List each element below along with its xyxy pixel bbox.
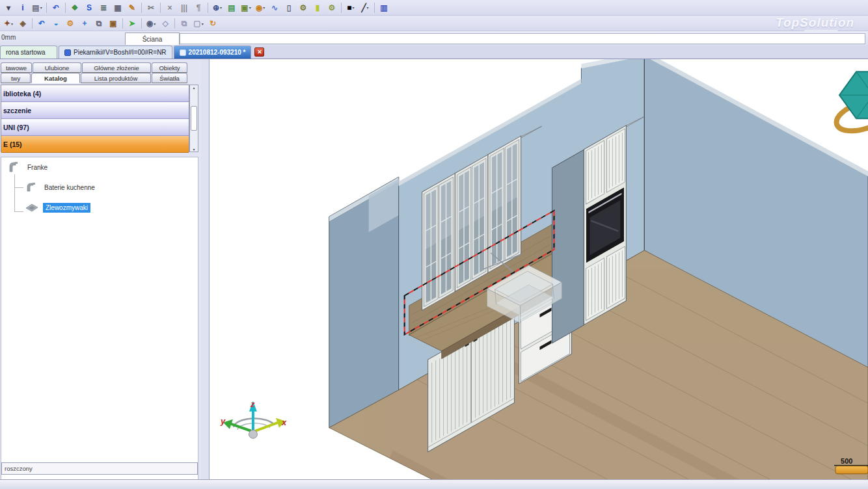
toolbar-separator[interactable] [139,18,144,29]
copy-icon[interactable]: ⧉ [92,17,106,30]
paragraph-icon[interactable]: ¶ [191,1,206,14]
page-icon[interactable]: ▢▾ [191,17,206,30]
catalog-tree: Franke Baterie kuchenne Zlewozmywaki [1,157,198,489]
toolbar-icon: S [87,4,92,12]
notes-icon[interactable]: ▥ [377,1,391,14]
walk-person-icon[interactable]: ➤ [125,17,139,30]
layers-icon[interactable]: ⧉ [177,17,191,30]
toolbar-separator[interactable] [172,18,177,29]
tab-katalog[interactable]: Katalog [31,73,80,83]
dropdown-arrow-icon[interactable]: ▾ [353,5,355,10]
category-biblioteka[interactable]: iblioteka (4) [1,85,189,102]
toolbar-icon: ✂ [148,4,154,12]
dropdown-arrow-icon[interactable]: ▾ [11,21,13,26]
move-icon[interactable]: + [77,17,92,30]
bolt2-icon[interactable]: ⚙ [325,1,339,14]
toolbar-separator[interactable] [30,18,34,29]
info-icon[interactable]: i [16,1,30,14]
tree-item-franke[interactable]: Franke [7,160,50,174]
wrench-icon[interactable]: ⚙ [63,17,77,30]
dropdown-arrow-icon[interactable]: ▾ [249,5,251,10]
category-uni[interactable]: UNI (97) [1,119,189,136]
material-icon[interactable]: ❖ [68,1,82,14]
brush-icon[interactable]: ✎ [125,1,139,14]
zoom-plus-icon[interactable]: ⊕▾ [210,1,224,14]
bucket-icon[interactable]: ◒ [49,17,63,30]
toolbar-separator[interactable] [120,18,125,29]
color-swatch-icon[interactable]: ■▾ [344,1,358,14]
columns-icon[interactable]: ||| [177,1,191,14]
toolbar-icon: ➤ [129,20,135,27]
tab-current-project[interactable]: 20210812-093210 * [174,46,252,59]
tool-dropdown-partial[interactable]: ▾ [1,1,16,14]
panel-grid-icon[interactable]: ▦ [111,1,125,14]
category-scrollbar[interactable]: ▴ ▾ [189,85,198,152]
close-tab-button[interactable]: ✕ [254,47,264,57]
panel-splitter[interactable] [201,59,209,479]
category-szczenie[interactable]: szczenie [1,102,189,119]
toolbar-icon: ◉ [256,4,262,12]
scroll-up-icon[interactable]: ▴ [193,85,195,90]
scissors-icon[interactable]: ✂ [144,1,158,14]
dropdown-arrow-icon[interactable]: ▾ [154,21,156,26]
viewport-3d[interactable]: z y x 500 [209,59,868,479]
toolbar-icon: ↶ [38,20,45,27]
dropdown-arrow-icon[interactable]: ▾ [40,5,42,10]
toolbar-separator[interactable] [372,2,377,14]
tree-item-baterie-kuchenne[interactable]: Baterie kuchenne [25,181,98,194]
tree-item-zlewozmywaki[interactable]: Zlewozmywaki [25,202,90,213]
toolbar-icon: ╱ [361,4,366,12]
dropdown-arrow-icon[interactable]: ▾ [220,5,222,10]
undo-icon[interactable]: ↶ [49,1,63,14]
tab-start-page[interactable]: rona startowa [0,46,57,59]
adjust-sliders-icon[interactable]: ≣ [96,1,111,14]
tab-ulubione[interactable]: Ulubione [33,62,81,73]
axis-orientation-widget[interactable]: z y x [220,399,287,438]
toolbar-icon: ▣ [241,4,248,12]
image-frame-icon[interactable]: ▤ [224,1,239,14]
delete-icon[interactable]: × [163,1,177,14]
toolbar-separator[interactable] [63,2,68,14]
dropdown-arrow-icon[interactable]: ▾ [202,21,204,26]
tab-podstawowe[interactable]: tawowe [1,62,32,73]
view-eye-icon[interactable]: ◉▾ [144,17,158,30]
tab-swiatla[interactable]: Światła [152,73,187,83]
bottle-icon[interactable]: ▮ [310,1,325,14]
toolbar-separator[interactable] [158,2,163,14]
tab-obiekty[interactable]: Obiekty [152,62,187,73]
toolbar-separator[interactable] [44,2,49,14]
bolt-icon[interactable]: ⚙ [296,1,310,14]
tab-piekarniki[interactable]: Piekarniki#V=Bosh#I=00#R=NR [59,46,172,59]
cylinder-icon[interactable]: ▯ [282,1,296,14]
flip-arrow-icon[interactable]: ↶ [34,17,49,30]
tab-glowne-zlozenie[interactable]: Główne złożenie [82,62,151,73]
toolbar-icon: ↻ [210,20,216,27]
perspective-box-icon[interactable]: ◇ [158,17,172,30]
scrollbar-thumb[interactable] [191,106,197,131]
line-style-icon[interactable]: ╱▾ [358,1,372,14]
tab-warstwy[interactable]: twy [1,73,31,83]
scale-label: 500 [841,457,852,465]
paint-bucket-icon[interactable]: ◉▾ [253,1,267,14]
properties-bar: 0mm Ściana [0,31,868,46]
dropdown-arrow-icon[interactable]: ▾ [367,5,369,10]
stamp-icon[interactable]: ◈ [16,17,30,30]
hammer-tool-icon[interactable]: ✦▾ [1,17,16,30]
category-e[interactable]: E (15) [1,136,189,153]
dropdown-arrow-icon[interactable]: ▾ [263,5,265,10]
wall-field-label[interactable]: Ściana [125,33,180,45]
print-icon[interactable]: ▤▾ [30,1,44,14]
hook-icon[interactable]: ↻ [206,17,220,30]
corner-object[interactable] [833,72,868,137]
cabinet-icon[interactable]: ▣ [106,17,120,30]
scroll-down-icon[interactable]: ▾ [193,147,195,152]
spline-icon[interactable]: S [82,1,96,14]
toolbar-icon: ◇ [162,20,168,27]
toolbar-separator[interactable] [139,2,144,14]
toolbar-separator[interactable] [339,2,344,14]
toolbar-separator[interactable] [206,2,210,14]
image-star-icon[interactable]: ▣▾ [239,1,253,14]
spray-icon[interactable]: ∿ [267,1,282,14]
tab-lista-produktow[interactable]: Lista produktów [81,73,151,83]
wall-property-input[interactable] [180,33,865,44]
